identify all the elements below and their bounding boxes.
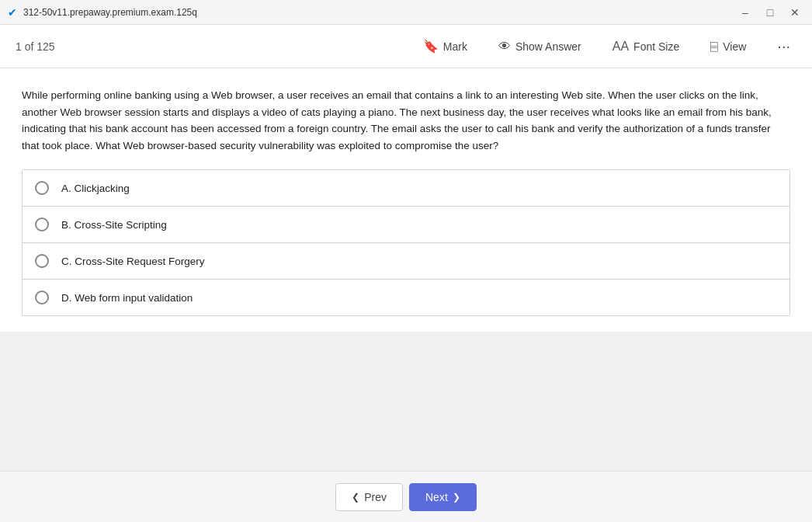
toolbar-actions: 🔖 Mark 👁 Show Answer AA Font Size ⌸ View…: [417, 34, 796, 58]
mark-button[interactable]: 🔖 Mark: [417, 36, 474, 57]
option-radio-1: [35, 218, 49, 231]
bottom-navigation: ❮ Prev Next ❯: [0, 471, 812, 522]
check-icon: ✔: [8, 6, 17, 19]
font-size-button[interactable]: AA Font Size: [606, 37, 685, 57]
view-label: View: [723, 40, 746, 53]
next-button[interactable]: Next ❯: [409, 483, 477, 511]
font-size-label: Font Size: [633, 40, 679, 53]
question-text: While performing online banking using a …: [22, 87, 790, 154]
toolbar: 1 of 125 🔖 Mark 👁 Show Answer AA Font Si…: [0, 25, 812, 68]
window-title: 312-50v11.prepaway.premium.exam.125q: [23, 7, 197, 18]
options-container: A. ClickjackingB. Cross-Site ScriptingC.…: [22, 169, 790, 316]
mark-label: Mark: [443, 40, 467, 53]
view-icon: ⌸: [710, 40, 718, 54]
more-button[interactable]: ···: [771, 34, 796, 58]
title-bar: ✔ 312-50v11.prepaway.premium.exam.125q –…: [0, 0, 812, 25]
show-answer-button[interactable]: 👁 Show Answer: [492, 37, 588, 57]
maximize-button[interactable]: □: [761, 3, 779, 22]
bookmark-icon: 🔖: [423, 39, 439, 54]
font-icon: AA: [612, 40, 629, 54]
view-button[interactable]: ⌸ View: [704, 37, 752, 57]
prev-label: Prev: [364, 491, 387, 503]
prev-button[interactable]: ❮ Prev: [335, 483, 403, 511]
option-radio-0: [35, 181, 49, 195]
option-label-1: B. Cross-Site Scripting: [61, 219, 167, 231]
close-button[interactable]: ✕: [786, 3, 804, 22]
title-bar-controls: – □ ✕: [736, 3, 804, 22]
option-row-0[interactable]: A. Clickjacking: [23, 170, 789, 207]
option-row-2[interactable]: C. Cross-Site Request Forgery: [23, 243, 789, 280]
minimize-button[interactable]: –: [736, 3, 755, 22]
option-label-2: C. Cross-Site Request Forgery: [61, 256, 205, 267]
option-radio-3: [35, 291, 49, 304]
main-content: While performing online banking using a …: [0, 68, 812, 332]
option-row-3[interactable]: D. Web form input validation: [23, 280, 789, 315]
show-answer-label: Show Answer: [515, 40, 581, 53]
option-label-0: A. Clickjacking: [61, 183, 130, 194]
title-bar-left: ✔ 312-50v11.prepaway.premium.exam.125q: [8, 6, 197, 19]
next-arrow-icon: ❯: [453, 492, 460, 503]
next-label: Next: [425, 491, 448, 503]
question-counter: 1 of 125: [16, 40, 55, 53]
eye-icon: 👁: [498, 40, 511, 54]
prev-arrow-icon: ❮: [352, 492, 359, 503]
option-radio-2: [35, 254, 49, 268]
option-row-1[interactable]: B. Cross-Site Scripting: [23, 207, 789, 243]
option-label-3: D. Web form input validation: [61, 292, 193, 304]
